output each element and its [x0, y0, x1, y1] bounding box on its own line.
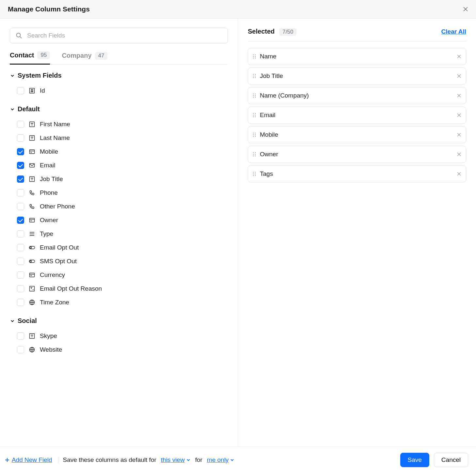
scope-view-dropdown[interactable]: this view: [161, 456, 191, 464]
svg-rect-32: [30, 273, 35, 277]
remove-button[interactable]: [457, 54, 461, 59]
selected-item[interactable]: Tags: [248, 165, 466, 182]
drag-handle-icon[interactable]: [253, 54, 256, 59]
svg-point-60: [253, 77, 254, 78]
drag-handle-icon[interactable]: [253, 152, 256, 157]
field-label: Time Zone: [40, 299, 69, 306]
search-input[interactable]: [10, 28, 228, 43]
remove-button[interactable]: [457, 74, 461, 78]
list-icon: [29, 231, 35, 237]
selected-item[interactable]: Name (Company): [248, 87, 466, 104]
selected-item[interactable]: Name: [248, 48, 466, 65]
field-row: Type: [10, 227, 228, 241]
search-wrap: [10, 28, 228, 43]
group-header[interactable]: Social: [10, 317, 228, 325]
selected-item[interactable]: Owner: [248, 146, 466, 163]
cancel-button[interactable]: Cancel: [434, 453, 468, 467]
field-checkbox[interactable]: [17, 217, 24, 224]
selected-item-label: Name: [260, 53, 453, 60]
svg-point-48: [253, 54, 254, 55]
drag-handle-icon[interactable]: [253, 132, 256, 137]
add-new-field-link[interactable]: Add New Field: [5, 456, 58, 464]
selected-item-label: Owner: [260, 151, 453, 158]
field-checkbox[interactable]: [17, 134, 24, 142]
card-icon: [29, 148, 35, 155]
field-checkbox[interactable]: [17, 203, 24, 210]
group-header[interactable]: System Fields: [10, 72, 228, 79]
field-checkbox[interactable]: [17, 271, 24, 279]
field-label: Last Name: [40, 134, 70, 142]
field-checkbox[interactable]: [17, 87, 24, 94]
drag-handle-icon[interactable]: [253, 93, 256, 98]
field-row: Email Opt Out: [10, 241, 228, 254]
field-row: Mobile: [10, 145, 228, 159]
selected-item[interactable]: Job Title: [248, 68, 466, 84]
clear-all-link[interactable]: Clear All: [441, 28, 466, 35]
svg-line-7: [31, 89, 32, 92]
chevron-down-icon: [186, 458, 191, 462]
drag-handle-icon[interactable]: [253, 73, 256, 79]
svg-point-90: [253, 154, 254, 155]
remove-button[interactable]: [457, 113, 461, 117]
field-label: Email: [40, 162, 56, 169]
card-icon: [29, 272, 35, 278]
selected-item[interactable]: Mobile: [248, 126, 466, 143]
selected-item-label: Name (Company): [260, 92, 453, 99]
tab-label: Company: [62, 52, 91, 59]
svg-point-91: [255, 154, 256, 155]
field-label: Other Phone: [40, 203, 75, 210]
svg-point-101: [255, 175, 256, 176]
svg-point-81: [255, 133, 256, 134]
field-checkbox[interactable]: [17, 230, 24, 237]
field-checkbox[interactable]: [17, 162, 24, 169]
remove-button[interactable]: [457, 132, 461, 137]
field-label: SMS Opt Out: [40, 258, 77, 265]
field-label: Mobile: [40, 148, 58, 155]
plus-icon: [5, 457, 10, 463]
group-header[interactable]: Default: [10, 105, 228, 113]
svg-point-97: [255, 172, 256, 173]
tab-company[interactable]: Company47: [62, 51, 107, 65]
svg-point-82: [253, 134, 254, 135]
field-checkbox[interactable]: [17, 175, 24, 183]
field-row: Other Phone: [10, 200, 228, 213]
scope-user-dropdown[interactable]: me only: [207, 456, 235, 464]
field-row: Email Opt Out Reason: [10, 282, 228, 296]
field-checkbox[interactable]: [17, 148, 24, 155]
field-checkbox[interactable]: [17, 258, 24, 265]
search-icon: [16, 32, 22, 39]
svg-point-29: [30, 247, 32, 249]
tabs: Contact95Company47: [10, 51, 228, 65]
text-icon: [29, 333, 35, 339]
field-checkbox[interactable]: [17, 189, 24, 196]
remove-button[interactable]: [457, 172, 461, 176]
svg-point-52: [253, 58, 254, 59]
remove-button[interactable]: [457, 152, 461, 157]
field-checkbox[interactable]: [17, 299, 24, 306]
field-checkbox[interactable]: [17, 244, 24, 251]
toggle-icon: [29, 244, 35, 251]
field-checkbox[interactable]: [17, 121, 24, 128]
svg-point-56: [253, 74, 254, 75]
field-checkbox[interactable]: [17, 346, 24, 353]
svg-point-76: [253, 116, 254, 117]
selected-item-label: Tags: [260, 170, 453, 177]
svg-point-53: [255, 58, 256, 59]
field-checkbox[interactable]: [17, 332, 24, 340]
tab-label: Contact: [10, 52, 34, 59]
field-group: System FieldsId: [10, 72, 228, 98]
group-title: Default: [18, 105, 40, 113]
svg-point-75: [255, 115, 256, 116]
close-icon: [463, 7, 468, 12]
save-button[interactable]: Save: [400, 453, 429, 467]
drag-handle-icon[interactable]: [253, 171, 256, 176]
drag-handle-icon[interactable]: [253, 113, 256, 118]
selected-item[interactable]: Email: [248, 107, 466, 124]
field-checkbox[interactable]: [17, 285, 24, 292]
svg-line-8: [33, 89, 33, 92]
svg-point-2: [17, 33, 21, 37]
close-button[interactable]: [463, 7, 468, 12]
tab-contact[interactable]: Contact95: [10, 51, 50, 65]
remove-button[interactable]: [457, 93, 461, 98]
selected-title: Selected: [248, 28, 275, 35]
